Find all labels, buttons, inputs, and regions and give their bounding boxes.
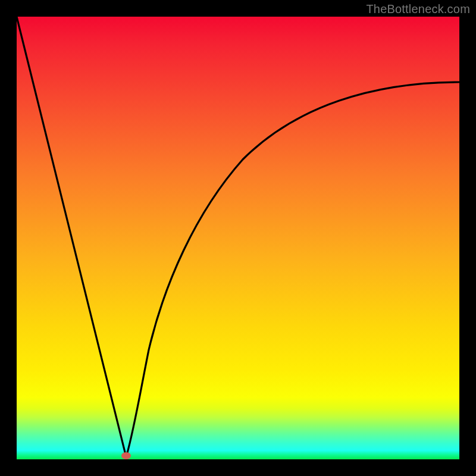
optimum-marker bbox=[121, 452, 131, 459]
plot-area bbox=[17, 17, 459, 459]
bottleneck-curve bbox=[17, 17, 459, 459]
attribution-text: TheBottleneck.com bbox=[366, 2, 470, 16]
chart-frame: TheBottleneck.com bbox=[0, 0, 476, 476]
